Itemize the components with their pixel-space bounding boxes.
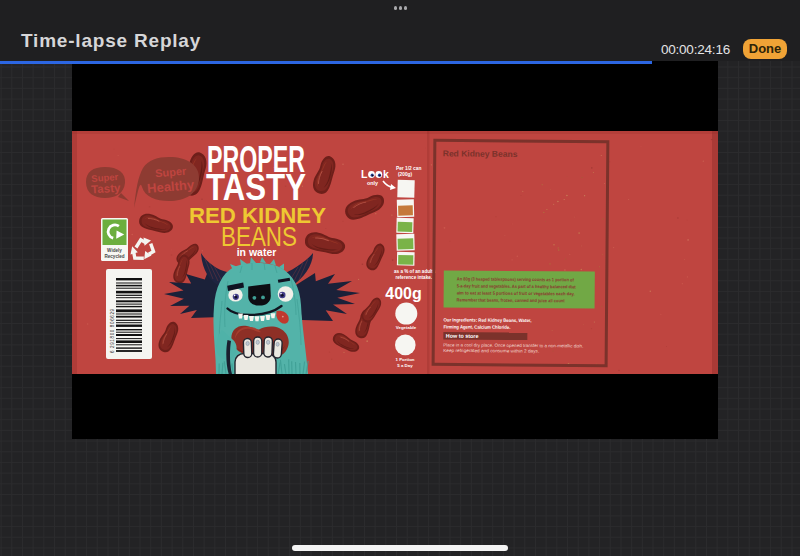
svg-text:Recycled: Recycled	[104, 254, 124, 259]
svg-text:Vegetable: Vegetable	[396, 325, 417, 330]
svg-text:Remember that beans, frozen, c: Remember that beans, frozen, canned and …	[457, 297, 565, 303]
svg-text:Widely: Widely	[107, 248, 122, 253]
svg-text:aim to eat at least 5 portions: aim to eat at least 5 portions of fruit …	[457, 290, 575, 296]
svg-text:Per 1/2 can: Per 1/2 can	[396, 166, 421, 171]
svg-text:Keep refrigerated and consume: Keep refrigerated and consume within 2 d…	[443, 348, 539, 354]
svg-text:5-a-day fruit and vegetables.: 5-a-day fruit and vegetables. As part of…	[457, 283, 576, 289]
svg-text:k: k	[383, 168, 389, 180]
svg-text:reference intake.: reference intake.	[396, 275, 433, 280]
svg-text:5 a Day: 5 a Day	[397, 363, 413, 368]
svg-text:in water: in water	[237, 246, 277, 258]
svg-text:as a % of an adults: as a % of an adults	[394, 269, 436, 274]
svg-text:only: only	[367, 180, 378, 186]
svg-text:Tasty: Tasty	[91, 181, 122, 195]
svg-text:400g: 400g	[385, 285, 421, 302]
svg-text:TASTY: TASTY	[206, 167, 306, 208]
svg-text:An 80g (3 heaped tablespoons): An 80g (3 heaped tablespoons) serving co…	[457, 276, 574, 282]
svg-text:Our Ingredients: Red Kidney Be: Our Ingredients: Red Kidney Beans, Water…	[443, 317, 532, 323]
svg-text:6 291800 806629: 6 291800 806629	[110, 308, 115, 353]
svg-text:1 Portion: 1 Portion	[395, 357, 414, 362]
svg-text:Red Kidney Beans: Red Kidney Beans	[443, 148, 518, 159]
svg-text:Firming Agent, Calcium Chlorid: Firming Agent, Calcium Chloride.	[443, 324, 510, 330]
svg-text:(200g): (200g)	[398, 172, 413, 177]
svg-text:How to store: How to store	[446, 333, 479, 339]
